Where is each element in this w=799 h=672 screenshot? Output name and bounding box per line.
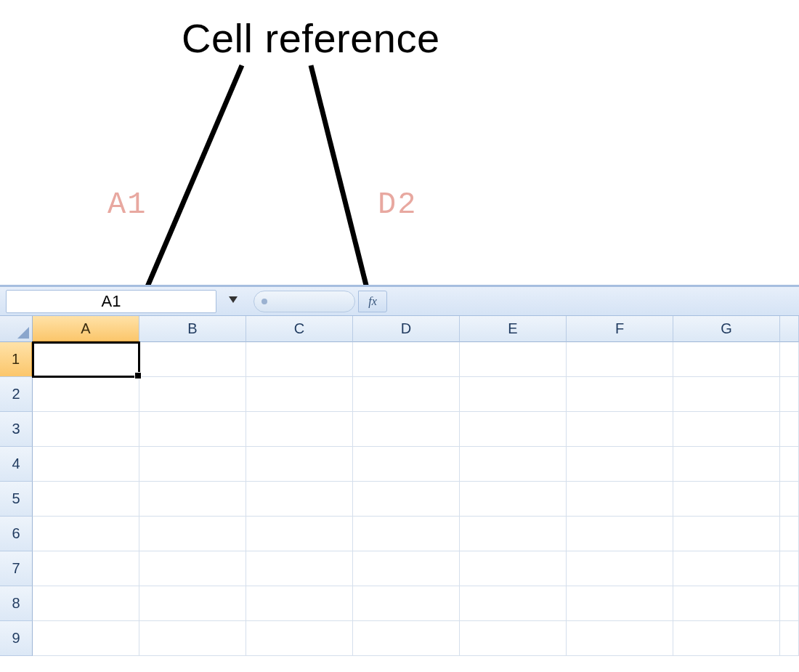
cell-spacer: [780, 447, 799, 482]
cell-D6[interactable]: [353, 517, 460, 551]
cell-D7[interactable]: [353, 551, 460, 586]
column-header-C[interactable]: C: [246, 316, 353, 342]
row-header-3[interactable]: 3: [0, 412, 33, 447]
row-header-4[interactable]: 4: [0, 447, 33, 482]
cell-G6[interactable]: [673, 517, 780, 551]
cell-C1[interactable]: [246, 342, 353, 377]
cell-E3[interactable]: [460, 412, 567, 447]
name-box[interactable]: A1: [6, 290, 216, 313]
cell-E2[interactable]: [460, 377, 567, 412]
cell-A3[interactable]: [33, 412, 139, 447]
column-header-E[interactable]: E: [460, 316, 567, 342]
column-header-G[interactable]: G: [673, 316, 780, 342]
cell-spacer: [780, 621, 799, 656]
cell-B1[interactable]: [139, 342, 246, 377]
row-header-1[interactable]: 1: [0, 342, 33, 377]
worksheet-grid: ABCDEFG123456789: [0, 316, 799, 656]
cell-F5[interactable]: [567, 482, 673, 517]
cell-D3[interactable]: [353, 412, 460, 447]
cell-D2[interactable]: [353, 377, 460, 412]
cell-A2[interactable]: [33, 377, 139, 412]
row-header-9[interactable]: 9: [0, 621, 33, 656]
row-header-6[interactable]: 6: [0, 517, 33, 551]
cell-C4[interactable]: [246, 447, 353, 482]
cell-E7[interactable]: [460, 551, 567, 586]
cell-C7[interactable]: [246, 551, 353, 586]
cell-F1[interactable]: [567, 342, 673, 377]
name-box-value: A1: [7, 292, 216, 311]
cell-F4[interactable]: [567, 447, 673, 482]
cell-C5[interactable]: [246, 482, 353, 517]
cell-F8[interactable]: [567, 586, 673, 621]
row-header-8[interactable]: 8: [0, 586, 33, 621]
cell-A6[interactable]: [33, 517, 139, 551]
cell-spacer: [780, 412, 799, 447]
cell-E6[interactable]: [460, 517, 567, 551]
cell-C2[interactable]: [246, 377, 353, 412]
formula-bar: A1 fx: [0, 287, 799, 316]
row-header-2[interactable]: 2: [0, 377, 33, 412]
cell-E9[interactable]: [460, 621, 567, 656]
cell-G4[interactable]: [673, 447, 780, 482]
column-header-B[interactable]: B: [139, 316, 246, 342]
cell-G7[interactable]: [673, 551, 780, 586]
cell-C9[interactable]: [246, 621, 353, 656]
cell-B9[interactable]: [139, 621, 246, 656]
cell-B7[interactable]: [139, 551, 246, 586]
cell-B8[interactable]: [139, 586, 246, 621]
cell-C3[interactable]: [246, 412, 353, 447]
cell-G9[interactable]: [673, 621, 780, 656]
cell-F9[interactable]: [567, 621, 673, 656]
column-header-D[interactable]: D: [353, 316, 460, 342]
cell-F7[interactable]: [567, 551, 673, 586]
cell-A8[interactable]: [33, 586, 139, 621]
cell-D9[interactable]: [353, 621, 460, 656]
cell-spacer: [780, 586, 799, 621]
cell-D5[interactable]: [353, 482, 460, 517]
cell-B3[interactable]: [139, 412, 246, 447]
annotation-title: Cell reference: [182, 15, 440, 62]
cell-F6[interactable]: [567, 517, 673, 551]
cell-C6[interactable]: [246, 517, 353, 551]
row-header-7[interactable]: 7: [0, 551, 33, 586]
cell-D1[interactable]: [353, 342, 460, 377]
cell-B2[interactable]: [139, 377, 246, 412]
annotation-label-a1: A1: [108, 187, 147, 222]
cell-D8[interactable]: [353, 586, 460, 621]
cell-spacer: [780, 342, 799, 377]
cell-B4[interactable]: [139, 447, 246, 482]
column-header-F[interactable]: F: [567, 316, 673, 342]
column-header-A[interactable]: A: [33, 316, 139, 342]
cell-A7[interactable]: [33, 551, 139, 586]
row-header-5[interactable]: 5: [0, 482, 33, 517]
cell-C8[interactable]: [246, 586, 353, 621]
column-header-spacer: [780, 316, 799, 342]
select-all-corner[interactable]: [0, 316, 33, 342]
name-box-dropdown-icon[interactable]: [229, 296, 238, 303]
cell-G3[interactable]: [673, 412, 780, 447]
cell-G5[interactable]: [673, 482, 780, 517]
cell-spacer: [780, 377, 799, 412]
cell-E1[interactable]: [460, 342, 567, 377]
cell-E8[interactable]: [460, 586, 567, 621]
annotation-label-d2: D2: [378, 187, 417, 222]
cell-D4[interactable]: [353, 447, 460, 482]
cell-G1[interactable]: [673, 342, 780, 377]
cell-G2[interactable]: [673, 377, 780, 412]
cell-F2[interactable]: [567, 377, 673, 412]
cell-spacer: [780, 551, 799, 586]
formula-cancel-enter-pill[interactable]: [254, 291, 355, 312]
cell-E4[interactable]: [460, 447, 567, 482]
cell-F3[interactable]: [567, 412, 673, 447]
cell-A9[interactable]: [33, 621, 139, 656]
cell-spacer: [780, 482, 799, 517]
cell-A1[interactable]: [33, 342, 139, 377]
insert-function-button[interactable]: fx: [358, 291, 387, 312]
spreadsheet-window: A1 fx ABCDEFG123456789: [0, 285, 799, 672]
cell-E5[interactable]: [460, 482, 567, 517]
cell-A4[interactable]: [33, 447, 139, 482]
cell-G8[interactable]: [673, 586, 780, 621]
cell-A5[interactable]: [33, 482, 139, 517]
cell-B5[interactable]: [139, 482, 246, 517]
cell-B6[interactable]: [139, 517, 246, 551]
